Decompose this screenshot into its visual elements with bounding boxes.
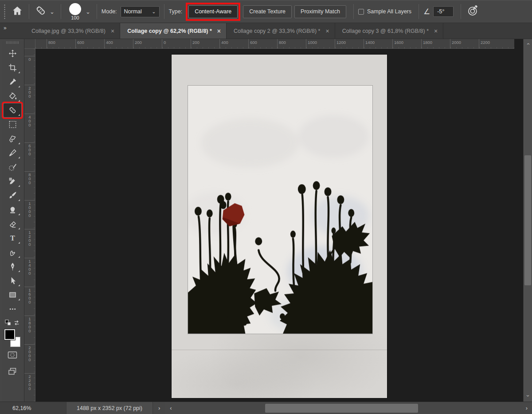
type-button-create-texture[interactable]: Create Texture [243, 5, 292, 18]
path-selection-tool-button[interactable] [4, 274, 21, 288]
scroll-down-arrow[interactable]: › [524, 392, 532, 400]
tab-close-icon[interactable]: × [325, 28, 329, 35]
h-ruler-tick-label: 0 [162, 39, 166, 48]
selection-brush-tool-icon [8, 163, 17, 171]
tool-preset-chevron-icon[interactable]: ⌄ [48, 8, 56, 15]
quick-mask-icon [8, 351, 17, 359]
tab-close-icon[interactable]: × [111, 28, 114, 35]
tab-close-icon[interactable]: × [217, 28, 221, 35]
scroll-up-arrow[interactable]: › [524, 40, 532, 48]
document-info: 1488 px x 2352 px (72 ppi) [66, 402, 153, 414]
spot-healing-brush-tool-button[interactable] [4, 103, 21, 117]
horizontal-ruler: 8006004002000200400600800100012001400160… [35, 39, 514, 49]
smudge-tool-button[interactable] [4, 245, 21, 259]
document-tab-3[interactable]: Collage copy 2 @ 33,3% (RGB/8) *× [227, 23, 335, 39]
move-tool-button[interactable] [4, 47, 21, 60]
paint-bucket-tool-button[interactable] [4, 89, 21, 103]
h-ruler-tick-label: 800 [47, 39, 55, 48]
type-tool-button[interactable]: T [4, 231, 21, 245]
chevron-down-icon: ⌄ [152, 9, 156, 15]
brush-picker-chevron-icon[interactable]: ⌄ [84, 8, 92, 15]
foreground-background-swatches[interactable] [4, 329, 21, 347]
tool-preset-button[interactable] [34, 4, 48, 19]
v-ruler-tick-label: 600 [24, 142, 35, 156]
pen-tool-icon [8, 262, 17, 271]
shape-tool-button[interactable] [4, 288, 21, 302]
tab-close-icon[interactable]: × [434, 28, 438, 35]
double-chevron-icon: » [4, 25, 6, 31]
eraser-tool-button[interactable] [4, 217, 21, 231]
h-ruler-tick-label: 2000 [450, 39, 461, 48]
more-tools-icon [8, 305, 17, 313]
status-expand-chevron-icon[interactable]: › [153, 405, 165, 411]
mode-label: Mode: [102, 8, 117, 15]
svg-text:T: T [10, 234, 15, 242]
remove-tool-button[interactable] [4, 146, 21, 160]
swap-colors-icon [13, 319, 20, 328]
spot-healing-brush-icon [35, 5, 47, 18]
default-colors-icon [5, 319, 11, 327]
ruler-origin-box[interactable] [24, 39, 35, 49]
type-button-proximity-match[interactable]: Proximity Match [294, 5, 346, 18]
tab-label: Collage copy 2 @ 33,3% (RGB/8) * [234, 28, 320, 34]
h-ruler-tick-label: 200 [133, 39, 142, 48]
eyedropper-tool-button[interactable] [4, 75, 21, 89]
status-bar: 62,16% 1488 px x 2352 px (72 ppi) › ‹ › [0, 402, 532, 414]
angle-input[interactable]: -5° [433, 6, 454, 17]
mores-tool-button[interactable] [4, 302, 21, 316]
eraser-tool-icon [8, 220, 17, 228]
vertical-scrollbar[interactable]: › › [523, 39, 532, 402]
home-button[interactable] [10, 4, 24, 19]
photoshop-window: ⌄ 100 ⌄ Mode: Normal ⌄ Type: Content-Awa… [0, 0, 532, 414]
document-tab-4[interactable]: Collage copy 3 @ 61,8% (RGB/8) *× [335, 23, 444, 39]
h-ruler-tick-label: 800 [277, 39, 286, 48]
clone-stamp-tool-button[interactable] [4, 203, 21, 217]
panel-collapse-control[interactable]: » [0, 23, 24, 39]
quick-mask-button[interactable] [4, 348, 21, 362]
foreground-color-swatch[interactable] [4, 329, 15, 340]
tablet-pressure-button[interactable] [466, 4, 480, 19]
mode-dropdown[interactable]: Normal ⌄ [121, 6, 160, 17]
document-tab-2[interactable]: Collage copy @ 62,2% (RGB/8) *× [120, 23, 227, 39]
eyedropper-tool-icon [8, 78, 17, 86]
scroll-left-arrow[interactable]: ‹ [166, 402, 175, 414]
v-ruler-tick-label: 1800 [24, 315, 35, 333]
crop-tool-button[interactable] [4, 61, 21, 75]
selection-brush-tool-button[interactable] [4, 160, 21, 174]
horizontal-scrollbar-thumb[interactable] [265, 404, 418, 413]
home-icon [12, 5, 23, 18]
type-button-group: Content-AwareCreate TextureProximity Mat… [186, 3, 349, 21]
type-button-content-aware[interactable]: Content-Aware [188, 5, 238, 18]
canvas[interactable] [35, 49, 523, 402]
vertical-ruler: 0200400600800100012001400160018002000220… [24, 49, 35, 402]
sample-all-layers-checkbox[interactable] [358, 9, 364, 15]
vertical-scrollbar-thumb[interactable] [524, 155, 531, 285]
v-ruler-tick-label: 2200 [24, 373, 35, 390]
polygonal-lasso-tool-button[interactable] [4, 132, 21, 146]
h-ruler-tick-label: 1600 [392, 39, 403, 48]
options-bar-grip[interactable] [4, 4, 6, 19]
color-sampler-tool-button[interactable] [4, 174, 21, 188]
angle-icon: ∠ [423, 7, 430, 16]
remove-tool-icon [8, 149, 17, 157]
v-ruler-tick-label: 1000 [24, 200, 35, 217]
poppy-photo [188, 85, 373, 334]
default-swap-colors-control[interactable] [4, 319, 21, 328]
brush-tool-button[interactable] [4, 189, 21, 202]
horizontal-scrollbar[interactable]: ‹ › [165, 402, 532, 414]
document-tab-1[interactable]: Collage.jpg @ 33,3% (RGB/8)× [24, 23, 120, 39]
h-ruler-tick-label: 400 [104, 39, 113, 48]
v-ruler-tick-label: 0 [24, 56, 35, 61]
zoom-level-field[interactable]: 62,16% [0, 402, 66, 414]
h-ruler-tick-label: 1200 [335, 39, 346, 48]
scroll-right-arrow[interactable]: › [522, 402, 531, 414]
h-ruler-tick-label: 400 [219, 39, 228, 48]
pen-tool-button[interactable] [4, 260, 21, 273]
screen-mode-button[interactable] [4, 364, 21, 378]
color-sampler-tool-icon [8, 177, 17, 185]
brush-picker[interactable]: 100 [69, 3, 81, 20]
tab-label: Collage copy @ 62,2% (RGB/8) * [127, 28, 212, 34]
sample-all-layers-label: Sample All Layers [367, 8, 411, 15]
marquee-tool-button[interactable] [4, 118, 21, 131]
tools-panel-grip[interactable] [6, 41, 19, 44]
